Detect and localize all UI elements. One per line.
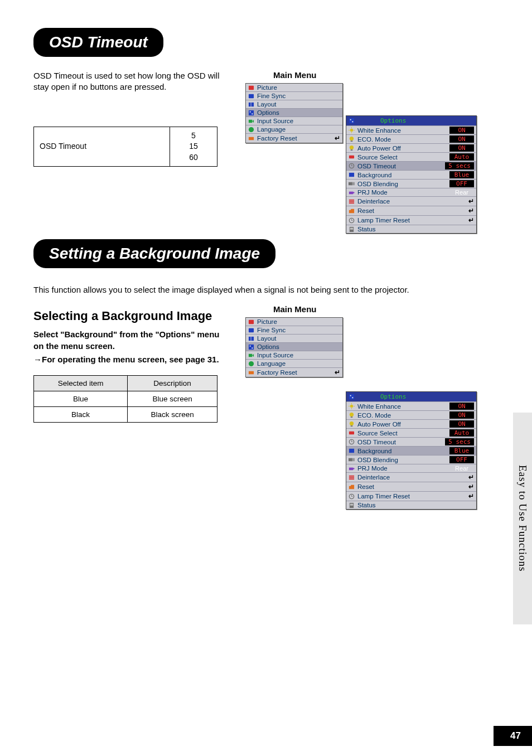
input-source-icon <box>248 352 254 358</box>
factory-reset-icon <box>248 135 254 142</box>
fine-sync-icon <box>248 327 254 333</box>
background-intro: This function allows you to select the i… <box>33 285 499 294</box>
main-menu-label-2: Main Menu <box>273 304 343 314</box>
deinterlace-icon <box>349 198 355 205</box>
fine-sync-icon <box>248 93 254 99</box>
osd-main-menu-1: Picture Fine Sync Layout Options Input S… <box>245 83 343 143</box>
eco-mode-icon <box>349 412 355 418</box>
source-select-icon <box>349 430 355 436</box>
page-number: 47 <box>494 726 532 746</box>
prj-mode-icon <box>349 190 355 196</box>
osd-timeout-icon <box>349 439 355 445</box>
reset-icon <box>349 208 355 214</box>
language-icon <box>248 361 254 367</box>
status-icon <box>349 502 355 508</box>
section-title-background: Setting a Background Image <box>33 239 275 268</box>
auto-power-off-icon <box>349 421 355 427</box>
options-icon <box>248 110 254 116</box>
white-enhance-icon <box>349 127 355 133</box>
osd-blending-icon <box>349 457 355 463</box>
osd-options-menu-2: Options White EnhanceON ECO. ModeON Auto… <box>346 391 477 510</box>
language-icon <box>248 127 254 133</box>
auto-power-off-icon <box>349 145 355 151</box>
enter-icon: ↵ <box>468 216 474 224</box>
picture-icon <box>248 85 254 91</box>
selecting-background-subhead: Selecting a Background Image <box>33 309 223 323</box>
osd-timeout-values: 5 15 60 <box>170 127 217 167</box>
deinterlace-icon <box>349 474 355 481</box>
lamp-timer-icon <box>349 493 355 500</box>
osd-blending-icon <box>349 181 355 187</box>
reset-icon <box>349 484 355 490</box>
input-source-icon <box>248 118 254 124</box>
section-title-osd-timeout: OSD Timeout <box>33 28 163 57</box>
factory-reset-icon <box>248 370 254 376</box>
instruction-line-1: Select "Background" from the "Options" m… <box>33 329 223 352</box>
source-select-icon <box>349 154 355 160</box>
osd-options-menu-1: Options White EnhanceON ECO. ModeON Auto… <box>346 115 477 234</box>
background-description-table: Selected item Description Blue Blue scre… <box>33 375 217 423</box>
prj-mode-icon <box>349 466 355 472</box>
white-enhance-icon <box>349 403 355 409</box>
enter-icon: ↵ <box>335 369 340 376</box>
background-icon <box>349 448 355 454</box>
eco-mode-icon <box>349 136 355 142</box>
options-header-icon <box>349 118 355 124</box>
osd-timeout-table: OSD Timeout 5 15 60 <box>33 127 217 167</box>
enter-icon: ↵ <box>468 197 474 205</box>
background-icon <box>349 172 355 178</box>
osd-timeout-intro: OSD Timeout is used to set how long the … <box>33 70 223 93</box>
layout-icon <box>248 101 254 108</box>
options-header-icon <box>349 394 355 400</box>
osd-main-menu-2: Picture Fine Sync Layout Options Input S… <box>245 317 343 377</box>
main-menu-label-1: Main Menu <box>273 70 343 80</box>
osd-timeout-icon <box>349 163 355 169</box>
enter-icon: ↵ <box>468 492 474 500</box>
status-icon <box>349 226 355 232</box>
instruction-line-2: For operating the menu screen, see page … <box>42 355 219 364</box>
side-tab: Easy to Use Functions <box>513 413 532 624</box>
enter-icon: ↵ <box>468 473 474 481</box>
enter-icon: ↵ <box>468 207 474 215</box>
enter-icon: ↵ <box>468 483 474 491</box>
osd-timeout-table-label: OSD Timeout <box>34 127 170 167</box>
enter-icon: ↵ <box>335 134 340 142</box>
options-icon <box>248 344 254 350</box>
picture-icon <box>248 319 254 325</box>
lamp-timer-icon <box>349 217 355 224</box>
layout-icon <box>248 336 254 342</box>
